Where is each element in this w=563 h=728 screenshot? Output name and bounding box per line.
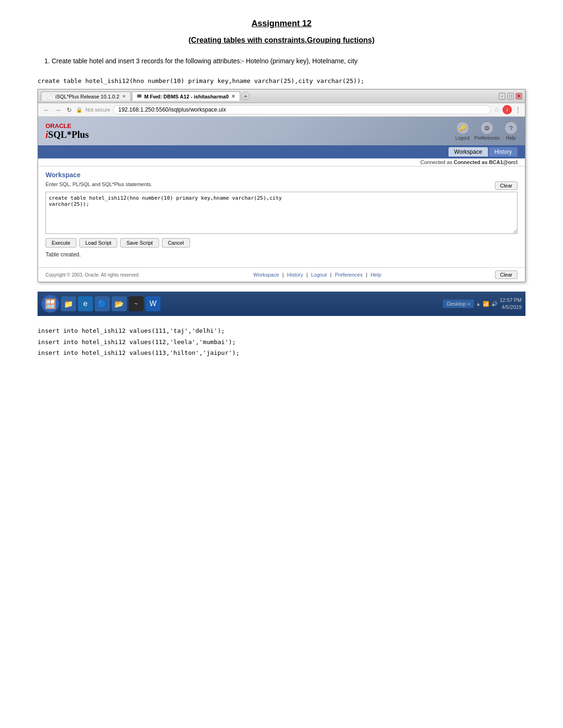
logout-icon-item[interactable]: 🔑 Logout xyxy=(455,121,470,141)
browser-titlebar: 📄 iSQL*Plus Release 10.1.0.2 ✕ ✉ M Fwd: … xyxy=(38,90,525,103)
insert-line-3: insert into hotel_ishi12 values(113,'hil… xyxy=(38,347,525,358)
address-input[interactable] xyxy=(113,105,491,114)
taskbar-desktop-label[interactable]: Desktop » xyxy=(443,300,474,308)
not-secure-label: Not secure xyxy=(85,107,110,113)
tab2-label: M Fwd: DBMS A12 - ishitasharma0 xyxy=(144,94,228,99)
profile-circle[interactable]: i xyxy=(502,105,512,114)
close-button[interactable]: ✕ xyxy=(516,93,522,99)
forward-button[interactable]: → xyxy=(53,106,62,113)
footer-preferences-link[interactable]: Preferences xyxy=(335,272,363,278)
insert-lines: insert into hotel_ishi12 values(111,'taj… xyxy=(38,325,525,358)
insert-line-1: insert into hotel_ishi12 values(111,'taj… xyxy=(38,325,525,336)
workspace-tab[interactable]: Workspace xyxy=(449,147,488,157)
underline-hotel: hotel xyxy=(89,57,103,65)
taskbar-clock: 12:57 PM 4/5/2019 xyxy=(500,297,522,311)
help-label: Help xyxy=(506,135,516,141)
oracle-logo: ORACLE xyxy=(46,122,89,129)
taskbar-word[interactable]: W xyxy=(145,296,160,311)
history-tab[interactable]: History xyxy=(489,147,517,157)
action-buttons: Execute Load Script Save Script Cancel xyxy=(46,238,517,248)
taskbar: 🪟 📁 e 🔵 📂 ~ W Desktop » ▲ 📶 🔊 12:57 PM 4… xyxy=(38,292,525,316)
question-1: Create table hotel and insert 3 records … xyxy=(52,56,525,66)
load-script-button[interactable]: Load Script xyxy=(79,238,118,248)
tab2-icon: ✉ xyxy=(137,93,141,99)
create-table-code: create table hotel_ishi12(hno number(10)… xyxy=(38,77,525,84)
footer-links: Workspace | History | Logout | Preferenc… xyxy=(140,272,495,278)
start-button[interactable]: 🪟 xyxy=(41,295,59,313)
menu-dots[interactable]: ⋮ xyxy=(515,106,521,113)
tab1-label: iSQL*Plus Release 10.1.0.2 xyxy=(55,94,119,99)
footer-help-link[interactable]: Help xyxy=(371,272,381,278)
workspace-area: Workspace Enter SQL, PL/SQL and SQL*Plus… xyxy=(38,166,525,267)
connected-user: Connected as BCA1@orcl xyxy=(454,159,517,165)
preferences-icon-item[interactable]: ⚙ Preferences xyxy=(474,121,500,141)
taskbar-chrome[interactable]: 🔵 xyxy=(95,296,110,311)
insert-line-2: insert into hotel_ishi12 values(112,'lee… xyxy=(38,337,525,347)
app-name: iSQL*Plus xyxy=(46,129,89,140)
subtitle: (Creating tables with constraints,Groupi… xyxy=(38,36,525,45)
browser-tab-2[interactable]: ✉ M Fwd: DBMS A12 - ishitasharma0 ✕ xyxy=(132,91,240,101)
sql-instructions-text: Enter SQL, PL/SQL and SQL*Plus statement… xyxy=(46,181,152,187)
isqlplus-footer-bar: Copyright © 2003, Oracle. All rights res… xyxy=(38,267,525,282)
footer-copyright: Copyright © 2003, Oracle. All rights res… xyxy=(46,272,140,278)
back-button[interactable]: ← xyxy=(42,106,51,113)
footer-logout-link[interactable]: Logout xyxy=(311,272,327,278)
footer-workspace-link[interactable]: Workspace xyxy=(253,272,279,278)
browser-tab-1[interactable]: 📄 iSQL*Plus Release 10.1.0.2 ✕ xyxy=(41,91,131,101)
systray-volume-icon: 🔊 xyxy=(491,301,498,307)
app-name-rest: SQL*Plus xyxy=(48,129,89,140)
bookmark-icon[interactable]: ☆ xyxy=(494,106,500,113)
tab1-close[interactable]: ✕ xyxy=(122,94,126,99)
save-script-button[interactable]: Save Script xyxy=(120,238,159,248)
page-title: Assignment 12 xyxy=(38,19,525,29)
taskbar-terminal[interactable]: ~ xyxy=(129,296,144,311)
clear-top-button[interactable]: Clear xyxy=(495,181,517,190)
help-icon: ? xyxy=(504,121,517,135)
browser-window: 📄 iSQL*Plus Release 10.1.0.2 ✕ ✉ M Fwd: … xyxy=(38,89,525,282)
new-tab-button[interactable]: + xyxy=(241,92,250,100)
isqlplus-navbar: Workspace History xyxy=(38,145,525,158)
isqlplus-body: ORACLE iSQL*Plus 🔑 Logout ⚙ Preferences … xyxy=(38,117,525,282)
minimize-button[interactable]: − xyxy=(499,93,505,99)
taskbar-file-explorer[interactable]: 📁 xyxy=(61,296,76,311)
cancel-button[interactable]: Cancel xyxy=(162,238,190,248)
result-text: Table created. xyxy=(46,251,517,258)
systray-network-icon: 📶 xyxy=(483,301,489,307)
logo-area: ORACLE iSQL*Plus xyxy=(46,122,89,140)
workspace-heading: Workspace xyxy=(46,171,517,179)
systray-up-arrow[interactable]: ▲ xyxy=(476,301,481,307)
browser-addressbar: ← → ↻ 🔒 Not secure ☆ i ⋮ xyxy=(38,103,525,117)
preferences-label: Preferences xyxy=(474,135,500,141)
taskbar-systray: ▲ 📶 🔊 xyxy=(476,301,498,307)
taskbar-ie[interactable]: e xyxy=(78,296,93,311)
isqlplus-header: ORACLE iSQL*Plus 🔑 Logout ⚙ Preferences … xyxy=(38,117,525,145)
taskbar-folder[interactable]: 📂 xyxy=(112,296,127,311)
header-icons: 🔑 Logout ⚙ Preferences ? Help xyxy=(455,121,517,141)
preferences-icon: ⚙ xyxy=(480,121,494,135)
window-controls: − □ ✕ xyxy=(499,93,522,99)
tab1-icon: 📄 xyxy=(46,93,53,99)
logout-icon: 🔑 xyxy=(456,121,469,135)
sql-textarea[interactable]: create table hotel_ishi12(hno number(10)… xyxy=(46,192,517,234)
help-icon-item[interactable]: ? Help xyxy=(504,121,517,141)
taskbar-date-value: 4/5/2019 xyxy=(500,304,522,311)
maximize-button[interactable]: □ xyxy=(507,93,514,99)
lock-icon: 🔒 xyxy=(76,107,83,113)
tab2-close[interactable]: ✕ xyxy=(231,94,235,99)
execute-button[interactable]: Execute xyxy=(46,238,76,248)
browser-tabs: 📄 iSQL*Plus Release 10.1.0.2 ✕ ✉ M Fwd: … xyxy=(41,91,250,101)
clear-bottom-button[interactable]: Clear xyxy=(495,270,517,279)
refresh-button[interactable]: ↻ xyxy=(65,106,73,113)
taskbar-time-value: 12:57 PM xyxy=(500,297,522,304)
connected-line: Connected as Connected as BCA1@orcl xyxy=(38,158,525,166)
footer-history-link[interactable]: History xyxy=(287,272,303,278)
logout-label: Logout xyxy=(455,135,470,141)
sql-instructions-row: Enter SQL, PL/SQL and SQL*Plus statement… xyxy=(46,181,517,190)
